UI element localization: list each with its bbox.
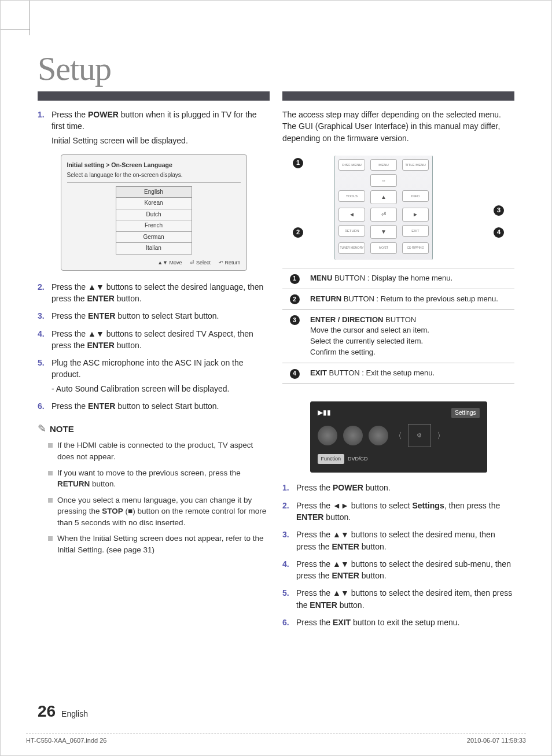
osd-instruction: Select a language for the on-screen disp… <box>67 171 241 183</box>
menu-indicator: ▭ <box>370 174 397 187</box>
note-item: When the Initial Setting screen does not… <box>48 533 270 555</box>
source-label: DVD/CD <box>348 455 368 463</box>
steps-list: 1.Press the POWER button.2.Press the ◄► … <box>282 482 514 628</box>
osd-language-option[interactable]: German <box>116 232 192 244</box>
remote-diagram: 1 2 3 4 DISC MENU MENU TITLE MENU ▭ TOOL… <box>282 152 514 262</box>
button-desc-row: 3ENTER / DIRECTION BUTTONMove the cursor… <box>282 309 514 363</box>
imprint-timestamp: 2010-06-07 11:58:33 <box>467 737 526 744</box>
step-text: Press the ▲▼ buttons to select the desir… <box>296 529 514 552</box>
disc-menu-button[interactable]: DISC MENU <box>338 159 365 171</box>
menu-button[interactable]: MENU <box>370 159 397 171</box>
two-columns: 1.Press the POWER button when it is plug… <box>38 91 514 634</box>
right-button[interactable]: ► <box>402 208 429 222</box>
left-column: 1.Press the POWER button when it is plug… <box>38 91 270 634</box>
step-number: 4. <box>282 558 296 582</box>
step-item: 1.Press the POWER button. <box>282 482 514 493</box>
osd-language-option[interactable]: English <box>116 186 192 198</box>
button-desc-text: RETURN BUTTON : Return to the previous s… <box>307 289 514 309</box>
tv-settings-ui: ▶▮▮ Settings 〈 ⚙ 〉 Function DVD/CD <box>310 401 487 473</box>
button-desc-row: 4EXIT BUTTON : Exit the setup menu. <box>282 363 514 383</box>
osd-language-option[interactable]: Korean <box>116 198 192 209</box>
intro-paragraph: The access step may differ depending on … <box>282 109 514 144</box>
info-button[interactable]: INFO <box>402 190 429 202</box>
tuner-memory-button[interactable]: TUNER MEMORY <box>338 242 365 254</box>
button-desc-row: 2RETURN BUTTON : Return to the previous … <box>282 289 514 309</box>
step-text: Press the ◄► buttons to select Settings,… <box>296 500 514 523</box>
up-button[interactable]: ▲ <box>370 190 397 204</box>
manual-page: Setup 1.Press the POWER button when it i… <box>0 0 552 756</box>
note-icon: ✎ <box>38 421 46 436</box>
tvui-icon <box>343 426 363 445</box>
step-number: 3. <box>38 310 51 322</box>
step-text: Plug the ASC microphone into the ASC IN … <box>51 357 270 394</box>
remote-row: TUNER MEMORY MO/ST CD RIPPING <box>338 242 429 254</box>
step-item: 6.Press the EXIT button to exit the setu… <box>282 617 514 628</box>
step-number: 2. <box>38 281 51 305</box>
step-item: 1.Press the POWER button when it is plug… <box>38 109 270 146</box>
tvui-icon-row: 〈 ⚙ 〉 <box>318 424 480 447</box>
step-number: 4. <box>38 328 51 352</box>
remote-dpad-row: ◄ ⏎ ► <box>338 208 429 222</box>
chevron-right-icon[interactable]: 〉 <box>437 430 445 441</box>
note-label: NOTE <box>50 423 74 436</box>
osd-language-list: EnglishKoreanDutchFrenchGermanItalian <box>67 186 241 255</box>
button-desc-row: 1MENU BUTTON : Display the home menu. <box>282 268 514 289</box>
right-column: The access step may differ depending on … <box>282 91 514 634</box>
tvui-header: ▶▮▮ Settings <box>318 408 480 419</box>
step-text: Press the POWER button. <box>296 482 514 493</box>
title-menu-button[interactable]: TITLE MENU <box>402 159 429 171</box>
crop-mark <box>1 29 30 30</box>
exit-button[interactable]: EXIT <box>402 225 429 237</box>
crop-mark <box>30 1 30 35</box>
imprint-file: HT-C550-XAA_0607.indd 26 <box>26 737 106 744</box>
callout-3: 3 <box>494 205 504 216</box>
settings-gear-tile[interactable]: ⚙ <box>408 424 431 447</box>
tvui-footer: Function DVD/CD <box>318 454 480 464</box>
step-text: Press the ▲▼ buttons to select desired T… <box>51 328 270 352</box>
function-tag: Function <box>318 454 345 464</box>
osd-hint: ▲▼ Move <box>157 259 182 267</box>
return-button[interactable]: RETURN <box>338 225 365 237</box>
callout-number: 2 <box>290 294 300 304</box>
step-number: 5. <box>282 587 296 611</box>
enter-button[interactable]: ⏎ <box>370 208 397 222</box>
step-text: Press the ▲▼ buttons to select the desir… <box>51 281 270 305</box>
step-item: 6.Press the ENTER button to select Start… <box>38 400 270 412</box>
osd-breadcrumb: Initial setting > On-Screen Language <box>67 161 241 169</box>
osd-language-box: Initial setting > On-Screen Language Sel… <box>61 154 247 271</box>
step-item: 5.Press the ▲▼ buttons to select the des… <box>282 587 514 611</box>
step-item: 2.Press the ◄► buttons to select Setting… <box>282 500 514 523</box>
page-language: English <box>61 709 88 718</box>
osd-language-option[interactable]: Dutch <box>116 209 192 221</box>
button-desc-text: MENU BUTTON : Display the home menu. <box>307 268 514 289</box>
step-number: 2. <box>282 500 296 523</box>
button-desc-text: ENTER / DIRECTION BUTTONMove the cursor … <box>307 309 514 363</box>
remote-body: DISC MENU MENU TITLE MENU ▭ TOOLS ▲ INFO… <box>334 156 433 260</box>
chevron-left-icon[interactable]: 〈 <box>394 430 402 441</box>
osd-language-option[interactable]: French <box>116 220 192 232</box>
step-number: 3. <box>282 529 296 552</box>
note-item: Once you select a menu language, you can… <box>48 495 270 529</box>
step-text: Press the POWER button when it is plugge… <box>51 109 270 146</box>
step-number: 6. <box>282 617 296 628</box>
step-item: 3.Press the ENTER button to select Start… <box>38 310 270 322</box>
osd-language-option[interactable]: Italian <box>116 243 192 255</box>
note-heading: ✎ NOTE <box>38 421 270 436</box>
callout-number: 4 <box>290 369 300 379</box>
callout-number: 3 <box>290 315 300 325</box>
note-item: If you want to move to the previous scre… <box>48 467 270 490</box>
callout-4: 4 <box>494 227 504 238</box>
callout-1: 1 <box>293 158 303 168</box>
callout-2: 2 <box>293 227 303 238</box>
down-button[interactable]: ▼ <box>370 225 397 239</box>
step-number: 6. <box>38 400 51 412</box>
left-button[interactable]: ◄ <box>338 208 365 222</box>
tools-button[interactable]: TOOLS <box>338 190 365 202</box>
settings-label: Settings <box>451 408 479 419</box>
step-text: Press the ▲▼ buttons to select the desir… <box>296 558 514 582</box>
mo-st-button[interactable]: MO/ST <box>370 242 397 254</box>
note-item: If the HDMI cable is connected to the pr… <box>48 440 270 462</box>
button-desc-text: EXIT BUTTON : Exit the setup menu. <box>307 363 514 383</box>
tvui-icon <box>369 426 388 445</box>
cd-ripping-button[interactable]: CD RIPPING <box>402 242 429 254</box>
